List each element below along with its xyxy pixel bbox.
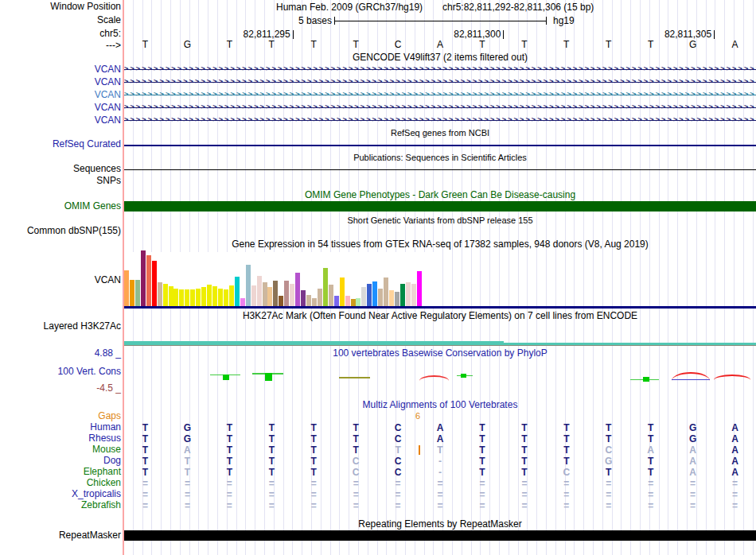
gtex-tissue-bar[interactable] xyxy=(169,286,173,306)
gencode-transcript-line[interactable]: >>>>>>>>>>>>>>>>>>>>>>>>>>>>>>>>>>>>>>>>… xyxy=(124,77,756,87)
gtex-tissue-bar[interactable] xyxy=(411,284,416,306)
gtex-tissue-bar[interactable] xyxy=(372,281,377,306)
gtex-tissue-bar[interactable] xyxy=(273,281,278,306)
gtex-tissue-bar[interactable] xyxy=(158,282,162,306)
alignment-base: T xyxy=(251,433,293,444)
gencode-transcript-line[interactable]: >>>>>>>>>>>>>>>>>>>>>>>>>>>>>>>>>>>>>>>>… xyxy=(124,115,756,126)
common-dbsnp-label[interactable]: Common dbSNP(155) xyxy=(27,226,121,236)
gtex-tissue-bar[interactable] xyxy=(334,296,339,306)
gtex-tissue-bar[interactable] xyxy=(295,273,300,306)
gtex-tissue-bar[interactable] xyxy=(207,285,212,306)
gtex-tissue-bar[interactable] xyxy=(130,280,134,306)
gtex-tissue-bar[interactable] xyxy=(224,289,228,306)
gencode-transcript-line[interactable]: >>>>>>>>>>>>>>>>>>>>>>>>>>>>>>>>>>>>>>>>… xyxy=(124,90,756,100)
gtex-tissue-bar[interactable] xyxy=(290,284,294,306)
gtex-tissue-bar[interactable] xyxy=(361,287,366,306)
gtex-tissue-bar[interactable] xyxy=(257,276,262,306)
repeatmasker-bar[interactable] xyxy=(124,530,756,541)
gtex-tissue-bar[interactable] xyxy=(323,268,328,306)
gtex-tissue-bar[interactable] xyxy=(201,287,206,306)
coordinate-text: 82,811,295 xyxy=(220,29,290,40)
gtex-tissue-bar[interactable] xyxy=(173,289,178,306)
gtex-tissue-bar[interactable] xyxy=(384,278,388,306)
gtex-tissue-bar[interactable] xyxy=(263,282,267,306)
gtex-tissue-bar[interactable] xyxy=(345,296,350,306)
gtex-tissue-bar[interactable] xyxy=(378,289,383,306)
species-label[interactable]: Elephant xyxy=(84,467,121,477)
gtex-tissue-bar[interactable] xyxy=(279,296,283,306)
gaps-row-label[interactable]: Gaps xyxy=(98,411,121,421)
gtex-tissue-bar[interactable] xyxy=(141,250,146,306)
scale-bar-right-tick xyxy=(546,17,547,25)
gtex-tissue-bar[interactable] xyxy=(400,284,405,306)
gtex-tissue-bar[interactable] xyxy=(312,298,317,306)
gtex-tissue-bar[interactable] xyxy=(218,289,223,306)
species-label[interactable]: X_tropicalis xyxy=(72,489,121,499)
gtex-tissue-bar[interactable] xyxy=(356,298,360,306)
publications-track-title: Publications: Sequences in Scientific Ar… xyxy=(124,153,756,163)
phylop-track-label[interactable]: 100 Vert. Cons xyxy=(58,367,121,377)
alignment-base: A xyxy=(714,444,756,456)
alignment-base: C xyxy=(335,467,377,478)
gtex-tissue-bar[interactable] xyxy=(152,261,157,306)
alignment-base: G xyxy=(672,422,714,433)
gtex-tissue-bar[interactable] xyxy=(267,287,272,306)
refseq-curated-label[interactable]: RefSeq Curated xyxy=(53,139,121,149)
gencode-gene-label[interactable]: VCAN xyxy=(95,64,121,75)
gencode-transcript-line[interactable]: >>>>>>>>>>>>>>>>>>>>>>>>>>>>>>>>>>>>>>>>… xyxy=(124,103,756,113)
gtex-tissue-bar[interactable] xyxy=(190,289,195,306)
gtex-tissue-bar[interactable] xyxy=(395,292,399,306)
gtex-tissue-bar[interactable] xyxy=(251,285,256,306)
gtex-tissue-bar[interactable] xyxy=(329,285,333,306)
refseq-gene-line[interactable] xyxy=(124,145,756,146)
omim-genes-label[interactable]: OMIM Genes xyxy=(64,201,121,212)
species-label[interactable]: Zebrafish xyxy=(81,500,121,510)
sequences-line[interactable] xyxy=(124,169,756,170)
snps-label[interactable]: SNPs xyxy=(96,176,121,186)
alignment-base: G xyxy=(587,456,629,467)
gtex-tissue-bar[interactable] xyxy=(229,285,234,306)
gencode-gene-label[interactable]: VCAN xyxy=(95,103,121,113)
gtex-tissue-bar[interactable] xyxy=(246,265,251,306)
gtex-tissue-bar[interactable] xyxy=(124,270,129,306)
gtex-tissue-bar[interactable] xyxy=(135,280,140,306)
omim-gene-bar[interactable] xyxy=(124,201,756,212)
gtex-tissue-bar[interactable] xyxy=(179,289,184,306)
gtex-tissue-bar[interactable] xyxy=(235,277,240,306)
sequences-label[interactable]: Sequences xyxy=(73,164,121,174)
alignment-base: T xyxy=(503,433,545,444)
layered-h3k27ac-label[interactable]: Layered H3K27Ac xyxy=(44,321,121,332)
gtex-tissue-bar[interactable] xyxy=(284,281,289,306)
gtex-tissue-bar[interactable] xyxy=(351,299,356,306)
gtex-tissue-bar[interactable] xyxy=(340,278,345,306)
gtex-tissue-bar[interactable] xyxy=(367,284,372,306)
gencode-gene-label[interactable]: VCAN xyxy=(95,90,121,100)
alignment-base: C xyxy=(545,467,587,478)
gtex-tissue-bar[interactable] xyxy=(196,289,201,306)
gtex-tissue-bar[interactable] xyxy=(185,289,189,306)
gtex-tissue-bar[interactable] xyxy=(306,295,311,306)
gtex-tissue-bar[interactable] xyxy=(417,271,422,306)
species-label[interactable]: Chicken xyxy=(87,478,121,488)
alignment-base: T xyxy=(503,456,545,467)
gencode-gene-label[interactable]: VCAN xyxy=(95,77,121,87)
species-label[interactable]: Human xyxy=(90,422,121,433)
alignment-base: T xyxy=(293,456,335,467)
gtex-tissue-bar[interactable] xyxy=(146,255,151,306)
gtex-tissue-bar[interactable] xyxy=(212,286,217,306)
species-label[interactable]: Mouse xyxy=(92,444,121,455)
gencode-transcript-line[interactable]: >>>>>>>>>>>>>>>>>>>>>>>>>>>>>>>>>>>>>>>>… xyxy=(124,64,756,75)
gtex-tissue-bar[interactable] xyxy=(240,298,245,306)
gtex-tissue-bar[interactable] xyxy=(301,290,306,306)
gtex-tissue-bar[interactable] xyxy=(318,289,322,306)
alignment-base: T xyxy=(208,444,251,456)
repeatmasker-label[interactable]: RepeatMasker xyxy=(59,530,121,541)
species-label[interactable]: Rhesus xyxy=(88,433,121,444)
gtex-tissue-bar[interactable] xyxy=(163,284,168,306)
gtex-baseline[interactable] xyxy=(124,306,756,309)
gtex-tissue-bar[interactable] xyxy=(406,282,411,306)
gencode-gene-label[interactable]: VCAN xyxy=(95,115,121,126)
gtex-tissue-bar[interactable] xyxy=(389,290,394,306)
gtex-gene-label[interactable]: VCAN xyxy=(95,275,121,285)
species-label[interactable]: Dog xyxy=(103,456,121,466)
